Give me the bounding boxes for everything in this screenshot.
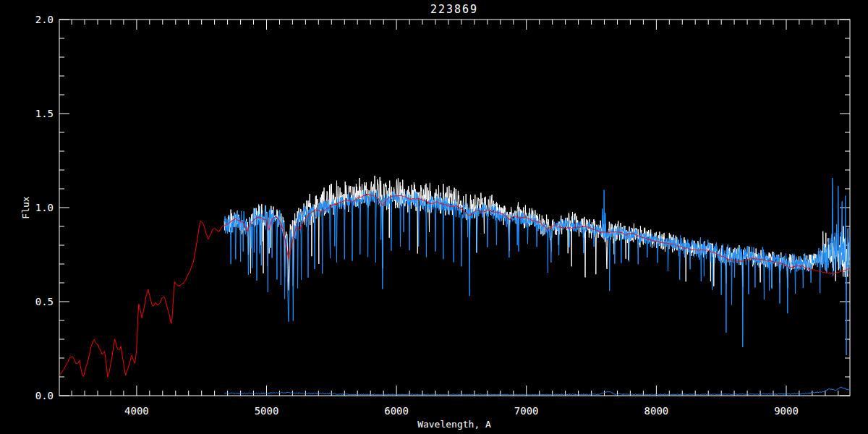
error-spectrum-blue-path xyxy=(224,387,849,395)
x-tick-label: 9000 xyxy=(774,405,799,417)
x-tick-label: 7000 xyxy=(514,405,539,417)
data-series xyxy=(59,176,850,395)
x-tick-label: 8000 xyxy=(644,405,669,417)
x-tick-label: 6000 xyxy=(384,405,409,417)
x-tick-label: 4000 xyxy=(124,405,149,417)
y-tick-label: 0.5 xyxy=(35,296,54,307)
y-tick-label: 1.0 xyxy=(35,202,54,213)
y-axis-label: Flux xyxy=(20,196,31,218)
plot-frame xyxy=(59,20,850,396)
x-axis-label: Wavelength, A xyxy=(417,419,491,430)
spectrum-plot-window: 4000500060007000800090000.00.51.01.52.0 … xyxy=(0,0,868,434)
spectrum-chart: 4000500060007000800090000.00.51.01.52.0 … xyxy=(0,0,868,434)
y-tick-label: 0.0 xyxy=(35,390,54,401)
chart-title: 223869 xyxy=(430,3,478,16)
x-tick-label: 5000 xyxy=(255,405,279,417)
y-tick-label: 2.0 xyxy=(35,14,54,25)
y-tick-label: 1.5 xyxy=(35,108,54,119)
